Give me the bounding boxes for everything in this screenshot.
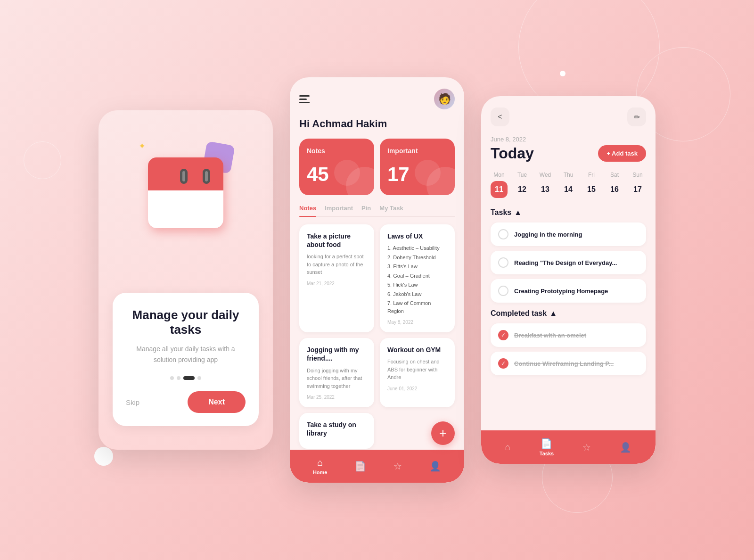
dot-3-active (183, 376, 195, 380)
note-card-4[interactable]: Workout on GYM Focusing on chest and ABS… (380, 338, 455, 407)
day-name-wed: Wed (540, 172, 551, 178)
notes-header: 🧑 (299, 89, 455, 109)
note-card-5[interactable]: Take a study on library (299, 413, 374, 449)
notes-count: 45 (307, 163, 367, 186)
task-item-3[interactable]: Creating Prototyping Homepage (491, 279, 646, 303)
note-title-2: Laws of UX (387, 232, 447, 240)
greeting-text: Hi Achmad Hakim (299, 118, 455, 130)
nav-star[interactable]: ☆ (393, 461, 402, 472)
screens-container: ✓ ✦ Manage your daily tasks Manage all y… (98, 77, 656, 483)
day-name-tue: Tue (517, 172, 527, 178)
ux-item-5: 5. Hick's Law (387, 281, 447, 289)
nav-profile[interactable]: 👤 (429, 461, 441, 472)
date-label: June 8, 2022 (491, 136, 646, 143)
nav3-tasks-label: Tasks (540, 451, 554, 456)
task-checkbox-2[interactable] (498, 257, 508, 268)
avatar[interactable]: 🧑 (434, 89, 455, 109)
completed-arrow-icon: ▲ (549, 309, 557, 318)
nav-notes-icon[interactable]: 📄 (354, 461, 366, 472)
note-title-5: Take a study on library (307, 420, 367, 437)
note-body-3: Doing jogging with my school friends, af… (307, 367, 367, 390)
task-item-1[interactable]: Jogging in the morning (491, 222, 646, 246)
star-icon: ☆ (393, 461, 402, 472)
task-text-3: Creating Prototyping Homepage (514, 288, 608, 295)
skip-button[interactable]: Skip (126, 398, 139, 406)
menu-icon[interactable] (299, 95, 310, 103)
note-body-2: 1. Aesthetic – Usability 2. Doherty Thre… (387, 244, 447, 315)
ux-item-4: 4. Goal – Gradient (387, 272, 447, 280)
important-label: Important (387, 147, 447, 155)
tab-pin[interactable]: Pin (361, 205, 371, 216)
note-card-1[interactable]: Take a picture about food looking for a … (299, 224, 374, 332)
day-name-fri: Fri (588, 172, 595, 178)
note-date-1: Mar 21, 2022 (307, 281, 367, 286)
notes-content: 🧑 Hi Achmad Hakim Notes 45 Important 17 … (290, 77, 464, 450)
note-date-2: May 8, 2022 (387, 320, 447, 325)
dot-1 (170, 376, 174, 380)
ux-item-1: 1. Aesthetic – Usability (387, 244, 447, 252)
check-icon: ✓ (176, 195, 205, 216)
edit-icon: ✏ (634, 113, 640, 122)
home-icon-3: ⌂ (505, 442, 511, 453)
day-num-14: 14 (560, 181, 577, 198)
onboarding-card: Manage your daily tasks Manage all your … (113, 293, 259, 426)
week-day-mon[interactable]: Mon 11 (491, 172, 508, 198)
day-num-13: 13 (537, 181, 554, 198)
completed-checkbox-1[interactable]: ✓ (498, 330, 508, 340)
note-body-4: Focusing on chest and ABS for beginner w… (387, 358, 447, 381)
onboard-subtitle: Manage all your daily tasks with a solut… (126, 344, 246, 365)
chevron-left-icon: < (498, 113, 502, 121)
task-checkbox-1[interactable] (498, 229, 508, 239)
week-day-sat[interactable]: Sat 16 (606, 172, 623, 198)
completed-task-1[interactable]: ✓ Breakfast with an omelet (491, 323, 646, 347)
calendar-body: ✓ (148, 157, 223, 228)
onboard-title: Manage your daily tasks (126, 308, 246, 337)
next-button[interactable]: Next (188, 391, 246, 413)
today-title: Today (491, 145, 534, 162)
back-button[interactable]: < (491, 107, 509, 126)
notes-nav-icon: 📄 (354, 461, 366, 472)
notes-tabs: Notes Important Pin My Task (299, 205, 455, 217)
tab-important[interactable]: Important (325, 205, 353, 216)
completed-checkbox-2[interactable]: ✓ (498, 358, 508, 369)
task-item-2[interactable]: Reading "The Design of Everyday... (491, 251, 646, 274)
star-icon-3: ☆ (582, 442, 591, 453)
today-row: Today + Add task (491, 145, 646, 162)
fab-add-button[interactable]: + (431, 421, 455, 445)
week-day-thu[interactable]: Thu 14 (560, 172, 577, 198)
tab-mytask[interactable]: My Task (379, 205, 403, 216)
important-stat-card[interactable]: Important 17 (380, 139, 455, 195)
important-count: 17 (387, 163, 447, 186)
notes-stat-card[interactable]: Notes 45 (299, 139, 374, 195)
nav3-star[interactable]: ☆ (582, 442, 591, 453)
tasks-arrow-icon: ▲ (514, 208, 522, 217)
nav3-profile[interactable]: 👤 (620, 442, 631, 453)
completed-text-1: Breakfast with an omelet (514, 332, 586, 339)
onboard-actions: Skip Next (126, 391, 246, 413)
tab-notes[interactable]: Notes (299, 205, 316, 216)
add-task-button[interactable]: + Add task (598, 145, 646, 162)
completed-section-title: Completed task ▲ (491, 309, 646, 318)
task-checkbox-3[interactable] (498, 286, 508, 296)
note-card-2[interactable]: Laws of UX 1. Aesthetic – Usability 2. D… (380, 224, 455, 332)
task-text-2: Reading "The Design of Everyday... (514, 259, 617, 266)
completed-task-2[interactable]: ✓ Continue Wireframing Landing P... (491, 352, 646, 375)
screen-tasks: < ✏ June 8, 2022 Today + Add task Mon 11 (481, 96, 656, 464)
completed-section: Completed task ▲ ✓ Breakfast with an ome… (491, 309, 646, 375)
week-day-wed[interactable]: Wed 13 (537, 172, 554, 198)
day-num-17: 17 (629, 181, 646, 198)
nav3-home[interactable]: ⌂ (505, 442, 511, 453)
notes-grid: Take a picture about food looking for a … (299, 224, 455, 449)
day-name-mon: Mon (493, 172, 504, 178)
nav-home[interactable]: ⌂ Home (313, 457, 328, 475)
week-day-tue[interactable]: Tue 12 (514, 172, 531, 198)
day-name-sat: Sat (610, 172, 619, 178)
note-body-1: looking for a perfect spot to capture a … (307, 253, 367, 276)
nav3-tasks[interactable]: 📄 Tasks (540, 438, 554, 456)
day-name-sun: Sun (632, 172, 642, 178)
week-day-sun[interactable]: Sun 17 (629, 172, 646, 198)
day-num-15: 15 (583, 181, 600, 198)
edit-button[interactable]: ✏ (627, 107, 646, 126)
week-day-fri[interactable]: Fri 15 (583, 172, 600, 198)
note-card-3[interactable]: Jogging with my friend.... Doing jogging… (299, 338, 374, 407)
